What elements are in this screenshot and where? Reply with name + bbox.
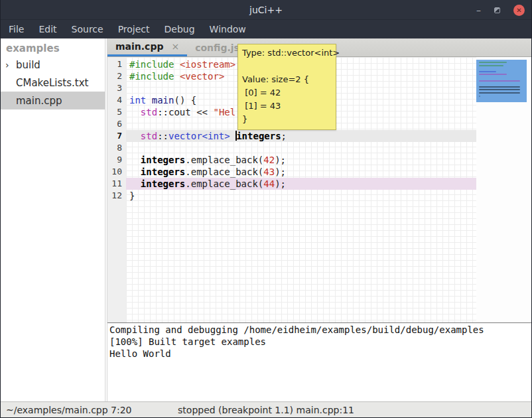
token-str: <iostream> <box>180 59 235 70</box>
token-pl <box>129 131 141 141</box>
token-var: integers <box>236 131 281 141</box>
tooltip-line: [1] = 43 <box>242 100 332 113</box>
app-window: juCi++ – ✕ FileEditSourceProjectDebugWin… <box>0 0 532 418</box>
output-line: [100%] Built target examples <box>109 336 531 348</box>
line-content: } <box>126 190 476 202</box>
tooltip-line: } <box>242 113 332 126</box>
token-ns: std <box>141 131 157 141</box>
line-number: 5 <box>107 106 126 118</box>
editor-pane: main.cpp×config.json 1#include <iostream… <box>107 38 531 401</box>
tooltip-line: [0] = 42 <box>242 86 332 100</box>
status-file-position: ~/examples/main.cpp 7:20 <box>6 405 132 415</box>
sidebar-item-label: main.cpp <box>16 95 62 107</box>
menu-bar: FileEditSourceProjectDebugWindow <box>1 20 531 38</box>
token-pl <box>129 107 141 117</box>
line-number: 6 <box>107 118 126 130</box>
token-num: 42 <box>263 155 275 165</box>
line-content: integers.emplace_back(43); <box>126 166 476 178</box>
code-line-8[interactable]: 8 <box>107 142 531 154</box>
title-bar: juCi++ – ✕ <box>1 0 531 20</box>
token-pl: ; <box>281 131 287 141</box>
sidebar-item-label: build <box>16 59 40 71</box>
tooltip-line <box>242 60 332 73</box>
sidebar-item-cmakelists.txt[interactable]: CMakeLists.txt <box>1 74 105 92</box>
tooltip-line: Value: size=2 { <box>242 73 332 86</box>
window-title: juCi++ <box>1 5 531 15</box>
token-ns: std <box>141 107 157 117</box>
token-str: "Hel <box>213 107 235 117</box>
output-line: Hello World <box>109 348 531 360</box>
output-panel: Compiling and debugging /home/eidheim/ex… <box>107 323 531 401</box>
token-pl <box>129 155 141 165</box>
token-pl <box>146 95 151 105</box>
token-pl: .emplace_back( <box>185 167 263 177</box>
token-pl <box>129 167 141 177</box>
token-pp: #include <box>129 59 174 70</box>
token-pl: .emplace_back( <box>185 178 263 189</box>
token-pl: ); <box>275 155 286 165</box>
token-pl: () { <box>174 95 196 105</box>
token-pl <box>129 178 141 189</box>
token-kw: int <box>129 95 146 105</box>
token-pl: ); <box>275 178 286 189</box>
token-pl <box>174 59 179 70</box>
token-pp: #include <box>129 71 174 82</box>
tooltip-line: Type: std::vector<int> <box>242 46 332 60</box>
code-line-7[interactable]: 7 std::vector<int> integers; <box>107 130 531 142</box>
token-fn: main <box>152 95 174 105</box>
line-number: 4 <box>107 94 126 106</box>
expander-icon[interactable]: › <box>5 60 16 70</box>
token-num: 44 <box>263 178 275 189</box>
line-number: 2 <box>107 70 126 82</box>
line-number: 9 <box>107 154 126 166</box>
sidebar-item-build[interactable]: ›build <box>1 56 105 74</box>
menu-source[interactable]: Source <box>64 20 111 38</box>
token-var: integers <box>141 167 185 177</box>
code-line-12[interactable]: 12} <box>107 190 531 202</box>
line-number: 7 <box>107 130 126 142</box>
menu-project[interactable]: Project <box>111 20 157 38</box>
restore-icon[interactable] <box>494 7 500 13</box>
main-content: examples ›buildCMakeLists.txtmain.cpp ma… <box>1 38 531 401</box>
status-bar: ~/examples/main.cpp 7:20 stopped (breakp… <box>1 401 531 417</box>
token-pl <box>230 131 235 141</box>
minimize-icon[interactable]: – <box>476 7 481 13</box>
file-tree-root: examples <box>1 38 105 56</box>
tab-label: main.cpp <box>115 41 163 52</box>
token-pl: } <box>129 190 135 201</box>
token-str: <vector> <box>180 71 224 82</box>
status-debug-state: stopped (breakpoint 1.1) main.cpp:11 <box>178 405 354 415</box>
line-number: 1 <box>107 58 126 70</box>
token-var: integers <box>141 155 185 165</box>
menu-edit[interactable]: Edit <box>31 20 64 38</box>
line-number: 12 <box>107 190 126 202</box>
token-pl: .emplace_back( <box>185 155 263 165</box>
token-pl <box>174 71 179 82</box>
line-content: integers.emplace_back(42); <box>126 154 476 166</box>
file-tree-panel: examples ›buildCMakeLists.txtmain.cpp <box>1 38 105 401</box>
menu-debug[interactable]: Debug <box>157 20 202 38</box>
menu-window[interactable]: Window <box>202 20 253 38</box>
token-pl: ::cout << <box>157 107 213 117</box>
line-number: 11 <box>107 178 126 190</box>
sidebar-item-label: CMakeLists.txt <box>16 77 88 89</box>
line-number: 8 <box>107 142 126 154</box>
token-ty: vector<int> <box>168 131 230 141</box>
token-var: integers <box>141 178 185 189</box>
output-line: Compiling and debugging /home/eidheim/ex… <box>109 324 531 336</box>
token-num: 43 <box>263 167 275 177</box>
code-line-11[interactable]: 11 integers.emplace_back(44); <box>107 178 531 190</box>
code-line-9[interactable]: 9 integers.emplace_back(42); <box>107 154 531 166</box>
sidebar-item-main.cpp[interactable]: main.cpp <box>1 92 105 109</box>
close-icon[interactable]: ✕ <box>513 5 525 16</box>
debug-value-tooltip: Type: std::vector<int>Value: size=2 { [0… <box>237 44 336 130</box>
line-content: integers.emplace_back(44); <box>126 178 476 190</box>
menu-file[interactable]: File <box>1 20 31 38</box>
code-line-10[interactable]: 10 integers.emplace_back(43); <box>107 166 531 178</box>
tab-main-cpp[interactable]: main.cpp× <box>107 38 187 56</box>
window-controls: – ✕ <box>476 0 525 20</box>
line-content: std::vector<int> integers; <box>126 130 476 142</box>
line-number: 3 <box>107 82 126 94</box>
tab-close-icon[interactable]: × <box>171 41 179 52</box>
token-pl: ); <box>275 167 286 177</box>
